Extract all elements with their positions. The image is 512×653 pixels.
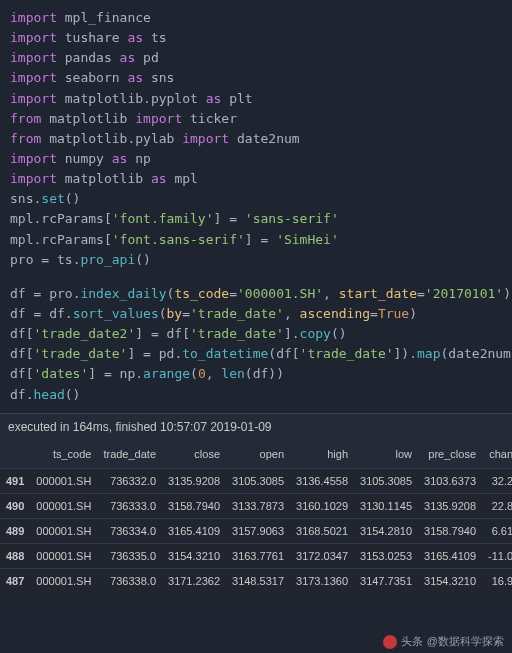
table-cell: 6.61 [482,518,512,543]
table-header-cell: high [290,440,354,469]
table-cell: 488 [0,543,30,568]
table-cell: 3165.4109 [418,543,482,568]
table-cell: 3157.9063 [226,518,290,543]
code-line: import pandas as pd [10,48,502,68]
watermark-suffix: @数据科学探索 [427,634,504,649]
table-header-cell: close [162,440,226,469]
table-cell: 3130.1145 [354,493,418,518]
table-cell: 000001.SH [30,543,97,568]
code-line: df = df.sort_values(by='trade_date', asc… [10,304,502,324]
table-cell: 3153.0253 [354,543,418,568]
blank-line [10,270,502,284]
code-line: sns.set() [10,189,502,209]
table-cell: 3171.2362 [162,568,226,593]
table-cell: 3147.7351 [354,568,418,593]
table-row[interactable]: 490000001.SH736333.03158.79403133.787331… [0,493,512,518]
table-cell: 736334.0 [97,518,162,543]
table-cell: -11.0 [482,543,512,568]
table-body: 491000001.SH736332.03135.92083105.308531… [0,468,512,593]
code-cell[interactable]: import mpl_finance import tushare as ts … [0,0,512,413]
code-line: import matplotlib as mpl [10,169,502,189]
toutiao-logo-icon [383,635,397,649]
table-header-cell: open [226,440,290,469]
code-line: import matplotlib.pyplot as plt [10,89,502,109]
table-cell: 3135.9208 [418,493,482,518]
table-cell: 3163.7761 [226,543,290,568]
table-cell: 3173.1360 [290,568,354,593]
code-line: import tushare as ts [10,28,502,48]
code-line: df['trade_date'] = pd.to_datetime(df['tr… [10,344,502,364]
execution-status: executed in 164ms, finished 10:57:07 201… [0,413,512,440]
table-header-cell [0,440,30,469]
table-row[interactable]: 487000001.SH736338.03171.23623148.531731… [0,568,512,593]
table-cell: 3168.5021 [290,518,354,543]
table-cell: 3172.0347 [290,543,354,568]
code-line: df.head() [10,385,502,405]
table-cell: 3154.3210 [418,568,482,593]
code-line: from matplotlib import ticker [10,109,502,129]
code-line: mpl.rcParams['font.family'] = 'sans-seri… [10,209,502,229]
code-line: df['dates'] = np.arange(0, len(df)) [10,364,502,384]
table-cell: 32.2 [482,468,512,493]
code-line: import seaborn as sns [10,68,502,88]
table-cell: 3158.7940 [418,518,482,543]
table-header-row: ts_codetrade_datecloseopenhighlowpre_clo… [0,440,512,469]
table-cell: 000001.SH [30,493,97,518]
table-cell: 3103.6373 [418,468,482,493]
table-header-cell: trade_date [97,440,162,469]
table-row[interactable]: 491000001.SH736332.03135.92083105.308531… [0,468,512,493]
table-cell: 3148.5317 [226,568,290,593]
table-cell: 3105.3085 [354,468,418,493]
table-cell: 736333.0 [97,493,162,518]
code-line: mpl.rcParams['font.sans-serif'] = 'SimHe… [10,230,502,250]
table-header-cell: pre_close [418,440,482,469]
dataframe-table: ts_codetrade_datecloseopenhighlowpre_clo… [0,440,512,593]
table-cell: 16.9 [482,568,512,593]
table-cell: 3135.9208 [162,468,226,493]
table-cell: 3165.4109 [162,518,226,543]
code-line: from matplotlib.pylab import date2num [10,129,502,149]
table-cell: 736332.0 [97,468,162,493]
table-cell: 3136.4558 [290,468,354,493]
watermark: 头条 @数据科学探索 [383,634,504,649]
table-header-cell: low [354,440,418,469]
code-line: df = pro.index_daily(ts_code='000001.SH'… [10,284,502,304]
table-cell: 000001.SH [30,568,97,593]
table-cell: 491 [0,468,30,493]
table-cell: 22.8 [482,493,512,518]
table-row[interactable]: 489000001.SH736334.03165.41093157.906331… [0,518,512,543]
table-cell: 3158.7940 [162,493,226,518]
code-line: df['trade_date2'] = df['trade_date'].cop… [10,324,502,344]
table-cell: 3133.7873 [226,493,290,518]
code-line: pro = ts.pro_api() [10,250,502,270]
table-row[interactable]: 488000001.SH736335.03154.32103163.776131… [0,543,512,568]
table-cell: 736338.0 [97,568,162,593]
table-cell: 489 [0,518,30,543]
table-header-cell: chan [482,440,512,469]
table-header-cell: ts_code [30,440,97,469]
execution-status-text: executed in 164ms, finished 10:57:07 201… [8,420,272,434]
table-cell: 000001.SH [30,468,97,493]
table-cell: 3154.3210 [162,543,226,568]
table-cell: 487 [0,568,30,593]
table-cell: 736335.0 [97,543,162,568]
table-cell: 000001.SH [30,518,97,543]
code-line: import numpy as np [10,149,502,169]
table-cell: 3154.2810 [354,518,418,543]
watermark-prefix: 头条 [401,634,423,649]
table-cell: 3105.3085 [226,468,290,493]
output-table[interactable]: ts_codetrade_datecloseopenhighlowpre_clo… [0,440,512,593]
code-line: import mpl_finance [10,8,502,28]
table-cell: 490 [0,493,30,518]
table-cell: 3160.1029 [290,493,354,518]
